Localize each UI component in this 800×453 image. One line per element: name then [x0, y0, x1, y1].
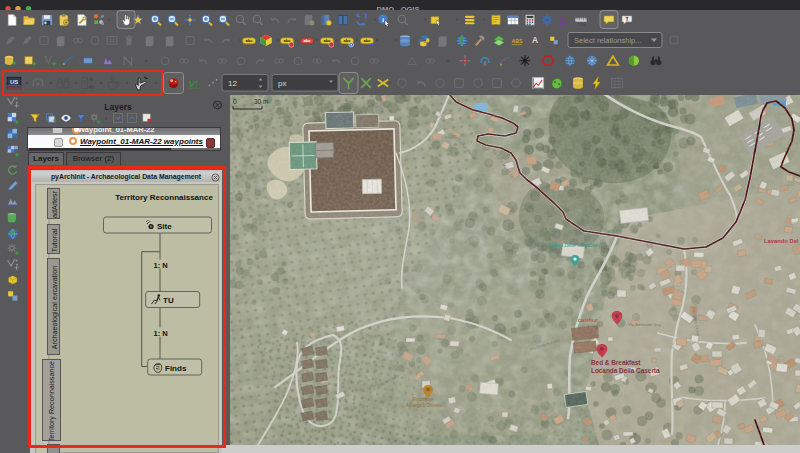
svg-text:Layers: Layers	[104, 102, 132, 112]
svg-text:0: 0	[233, 98, 237, 105]
svg-text:px: px	[278, 79, 286, 88]
svg-text:Select relationship...: Select relationship...	[574, 36, 642, 45]
svg-text:30 m: 30 m	[254, 98, 268, 105]
svg-text:12: 12	[228, 79, 237, 88]
